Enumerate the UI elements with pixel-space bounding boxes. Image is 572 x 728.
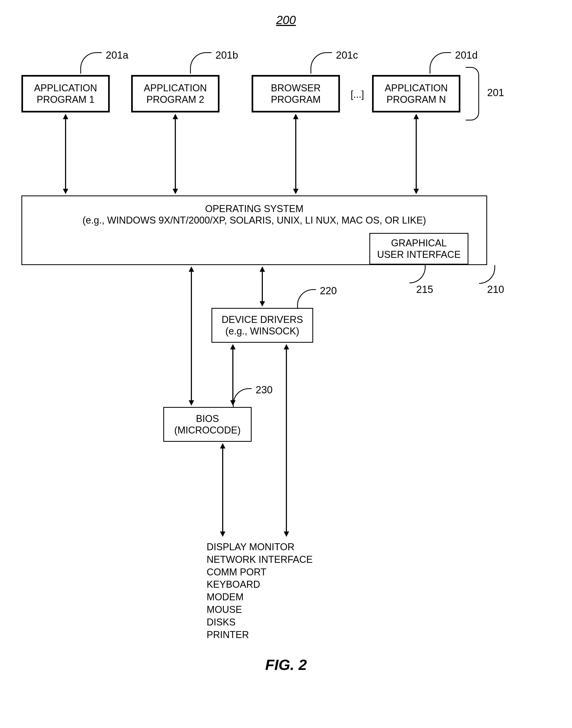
app4-line2: PROGRAM N [386, 94, 446, 105]
arrowhead-icon [260, 266, 265, 272]
arrowhead-icon [63, 114, 68, 119]
leader-201a [80, 52, 102, 74]
arrow-appn-os [416, 118, 417, 190]
leader-230 [233, 388, 252, 407]
arrow-app1-os [65, 118, 66, 190]
ref-201b: 201b [215, 50, 238, 61]
app3-line2: PROGRAM [271, 94, 321, 105]
bios: BIOS (MICROCODE) [163, 407, 252, 442]
drivers-line2: (e.g., WINSOCK) [225, 325, 299, 337]
device-item: DISKS [207, 616, 313, 629]
device-list: DISPLAY MONITOR NETWORK INTERFACE COMM P… [207, 541, 313, 641]
leader-220 [297, 289, 316, 308]
arrow-browser-os [295, 118, 296, 190]
arrowhead-icon [293, 114, 298, 119]
arrow-os-bios [191, 270, 192, 402]
bios-line2: (MICROCODE) [174, 424, 241, 436]
arrowhead-icon [173, 114, 178, 119]
gui-line2: USER INTERFACE [377, 249, 461, 260]
arrowhead-icon [414, 189, 419, 194]
app3-line1: BROWSER [271, 82, 321, 94]
device-drivers: DEVICE DRIVERS (e.g., WINSOCK) [211, 308, 313, 343]
leader-201c [310, 52, 332, 74]
app4-line1: APPLICATION [385, 82, 447, 94]
app2-line1: APPLICATION [144, 82, 207, 94]
arrow-bios-devices [222, 447, 223, 533]
app1-line1: APPLICATION [34, 82, 97, 94]
arrowhead-icon [220, 531, 225, 537]
leader-210 [479, 265, 495, 284]
device-item: MOUSE [207, 603, 313, 616]
arrowhead-icon [260, 301, 265, 307]
arrowhead-icon [293, 189, 298, 194]
arrowhead-icon [220, 443, 225, 449]
apps-ellipsis: [...] [351, 89, 364, 100]
leader-201b [190, 52, 211, 74]
gui-line1: GRAPHICAL [391, 237, 447, 249]
arrowhead-icon [414, 114, 419, 119]
device-item: COMM PORT [207, 566, 313, 579]
arrowhead-icon [189, 266, 194, 272]
app-program-n: APPLICATION PROGRAM N [372, 75, 460, 113]
app-program-2: APPLICATION PROGRAM 2 [131, 75, 219, 113]
device-item: KEYBOARD [207, 578, 313, 591]
arrowhead-icon [230, 344, 235, 349]
apps-group-bracket [466, 67, 479, 121]
graphical-user-interface: GRAPHICAL USER INTERFACE [369, 233, 469, 265]
device-item: DISPLAY MONITOR [207, 541, 313, 553]
arrow-drivers-bios [232, 348, 233, 402]
browser-program: BROWSER PROGRAM [252, 75, 340, 113]
app1-line2: PROGRAM 1 [37, 94, 94, 105]
figure-canvas: 200 APPLICATION PROGRAM 1 201a APPLICATI… [13, 13, 559, 715]
arrow-app2-os [175, 118, 176, 190]
arrowhead-icon [230, 400, 235, 406]
ref-210: 210 [487, 284, 504, 295]
figure-caption: FIG. 2 [265, 656, 307, 673]
arrowhead-icon [189, 400, 194, 406]
ref-201d: 201d [455, 50, 478, 61]
drivers-line1: DEVICE DRIVERS [222, 314, 303, 325]
os-line1: OPERATING SYSTEM [205, 203, 303, 214]
app-program-1: APPLICATION PROGRAM 1 [21, 75, 110, 113]
leader-215 [410, 265, 426, 283]
ref-215: 215 [416, 284, 433, 295]
arrow-drivers-devices [286, 348, 287, 533]
app2-line2: PROGRAM 2 [146, 94, 204, 105]
ref-201-group: 201 [487, 87, 504, 98]
bios-line1: BIOS [196, 413, 219, 424]
device-item: NETWORK INTERFACE [207, 553, 313, 566]
figure-number: 200 [276, 13, 296, 27]
device-item: MODEM [207, 591, 313, 603]
device-item: PRINTER [207, 629, 313, 641]
arrowhead-icon [284, 344, 289, 349]
arrowhead-icon [284, 531, 289, 537]
leader-201d [430, 52, 451, 74]
arrowhead-icon [63, 189, 68, 194]
ref-201a: 201a [106, 50, 129, 61]
ref-230: 230 [256, 384, 273, 396]
ref-220: 220 [320, 285, 337, 297]
arrow-os-drivers [262, 270, 263, 303]
ref-201c: 201c [336, 50, 358, 61]
os-line2: (e.g., WINDOWS 9X/NT/2000/XP, SOLARIS, U… [82, 214, 426, 226]
arrowhead-icon [173, 189, 178, 194]
